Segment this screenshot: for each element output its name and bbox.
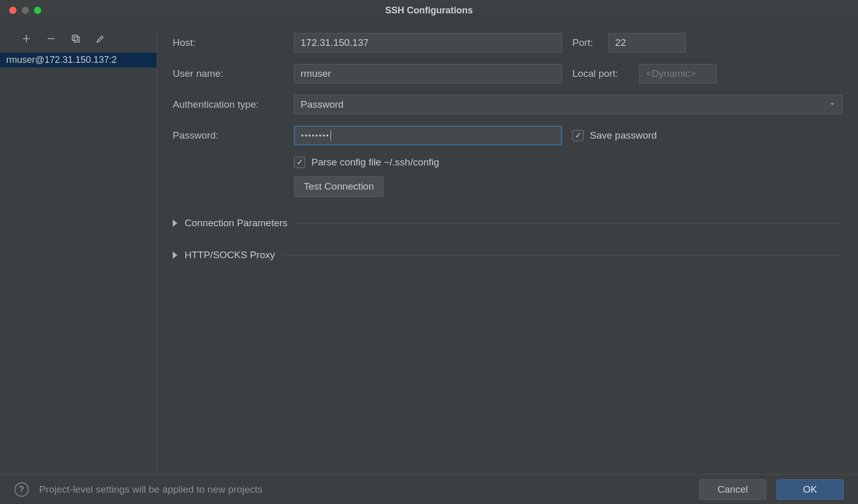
check-icon: ✓ bbox=[296, 158, 303, 166]
form-panel: Host: 172.31.150.137 Port: 22 User name:… bbox=[157, 33, 858, 474]
hint-text: Project-level settings will be applied t… bbox=[39, 484, 699, 495]
sidebar: rmuser@172.31.150.137:2 bbox=[0, 33, 157, 474]
password-input[interactable]: •••••••• bbox=[294, 126, 562, 145]
edit-icon[interactable] bbox=[95, 33, 106, 44]
username-label: User name: bbox=[173, 68, 284, 79]
connection-parameters-title: Connection Parameters bbox=[185, 217, 288, 229]
authtype-select[interactable]: Password bbox=[294, 95, 843, 114]
remove-icon[interactable] bbox=[45, 33, 57, 44]
bottom-bar: ? Project-level settings will be applied… bbox=[0, 474, 858, 504]
expand-triangle-icon bbox=[173, 251, 177, 259]
divider bbox=[295, 223, 843, 224]
save-password-checkbox[interactable]: ✓ bbox=[572, 130, 584, 141]
window-title: SSH Configurations bbox=[0, 5, 858, 16]
connection-parameters-section[interactable]: Connection Parameters bbox=[173, 217, 843, 229]
text-caret bbox=[331, 130, 331, 141]
password-label: Password: bbox=[173, 130, 284, 141]
zoom-window-icon[interactable] bbox=[34, 7, 41, 14]
localport-input[interactable]: <Dynamic> bbox=[639, 64, 717, 83]
proxy-section[interactable]: HTTP/SOCKS Proxy bbox=[173, 249, 843, 261]
ok-button[interactable]: OK bbox=[777, 479, 844, 500]
expand-triangle-icon bbox=[173, 220, 177, 227]
save-password-label: Save password bbox=[590, 130, 657, 141]
port-label: Port: bbox=[572, 37, 598, 48]
check-icon: ✓ bbox=[575, 131, 582, 140]
chevron-down-icon bbox=[829, 99, 836, 110]
parse-config-label: Parse config file ~/.ssh/config bbox=[311, 157, 439, 168]
authtype-label: Authentication type: bbox=[173, 99, 284, 110]
username-input[interactable]: rmuser bbox=[294, 64, 562, 83]
test-connection-button[interactable]: Test Connection bbox=[294, 176, 384, 197]
parse-config-checkbox-wrap[interactable]: ✓ Parse config file ~/.ssh/config bbox=[294, 157, 439, 168]
window-controls bbox=[0, 7, 41, 14]
copy-icon[interactable] bbox=[70, 33, 81, 44]
help-icon[interactable]: ? bbox=[14, 482, 29, 497]
close-window-icon[interactable] bbox=[9, 7, 16, 14]
parse-config-checkbox[interactable]: ✓ bbox=[294, 157, 305, 168]
port-input[interactable]: 22 bbox=[608, 33, 686, 53]
divider bbox=[282, 255, 843, 256]
localport-label: Local port: bbox=[572, 68, 629, 79]
add-icon[interactable] bbox=[21, 33, 32, 44]
svg-rect-1 bbox=[72, 35, 77, 40]
save-password-checkbox-wrap[interactable]: ✓ Save password bbox=[572, 130, 657, 141]
svg-rect-0 bbox=[74, 37, 79, 42]
minimize-window-icon[interactable] bbox=[22, 7, 29, 14]
cancel-button[interactable]: Cancel bbox=[699, 479, 766, 500]
titlebar: SSH Configurations bbox=[0, 0, 858, 21]
authtype-value: Password bbox=[301, 99, 343, 110]
host-label: Host: bbox=[173, 37, 284, 48]
password-value: •••••••• bbox=[301, 131, 329, 140]
host-input[interactable]: 172.31.150.137 bbox=[294, 33, 562, 53]
ssh-config-list-item[interactable]: rmuser@172.31.150.137:2 bbox=[0, 53, 157, 68]
proxy-title: HTTP/SOCKS Proxy bbox=[185, 249, 275, 261]
sidebar-toolbar bbox=[0, 33, 157, 53]
client-area: rmuser@172.31.150.137:2 Host: 172.31.150… bbox=[0, 21, 858, 474]
